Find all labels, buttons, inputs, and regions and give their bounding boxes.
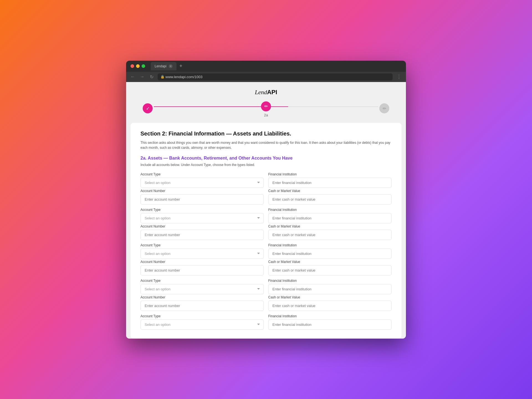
account-row-3: Account Type Select an option Checking S… [140, 243, 392, 259]
tab-title: Lendapi [155, 64, 167, 68]
refresh-button[interactable]: ↻ [148, 73, 155, 80]
financial-institution-input-2[interactable] [268, 213, 392, 223]
forward-button[interactable]: → [139, 73, 145, 80]
account-number-group-3: Account Number [140, 260, 264, 275]
browser-menu-button[interactable]: ⋮ [395, 74, 403, 80]
step-2a-label: 2a [264, 113, 268, 117]
account-type-label-2: Account Type [140, 208, 264, 212]
cash-value-label-4: Cash or Market Value [268, 295, 392, 299]
browser-titlebar: Lendapi ✕ + [126, 61, 406, 72]
cash-value-group-3: Cash or Market Value [268, 260, 392, 275]
logo-part2: API [267, 89, 277, 96]
account-number-row-1: Account Number Cash or Market Value [140, 189, 392, 204]
browser-toolbar: ← → ↻ 🔒 ⋮ [126, 72, 406, 82]
financial-institution-label-1: Financial Institution [268, 172, 392, 176]
account-number-input-3[interactable] [140, 265, 264, 275]
cash-value-label-2: Cash or Market Value [268, 224, 392, 228]
account-row-4: Account Type Select an option Checking S… [140, 279, 392, 294]
cash-value-group-4: Cash or Market Value [268, 295, 392, 311]
account-number-label-3: Account Number [140, 260, 264, 264]
account-row-2: Account Type Select an option Checking S… [140, 208, 392, 223]
cash-value-group-1: Cash or Market Value [268, 189, 392, 204]
step-1-node: ✓ [143, 103, 153, 113]
tab-bar: Lendapi ✕ + [151, 62, 401, 70]
cash-value-group-2: Cash or Market Value [268, 224, 392, 240]
account-number-row-4: Account Number Cash or Market Value [140, 295, 392, 311]
cash-value-label-1: Cash or Market Value [268, 189, 392, 193]
financial-institution-group-1: Financial Institution [268, 172, 392, 188]
section-title: Section 2: Financial Information — Asset… [140, 131, 392, 137]
account-row-5: Account Type Select an option Checking S… [140, 314, 392, 330]
account-type-group-4: Account Type Select an option Checking S… [140, 279, 264, 294]
account-type-select-4[interactable]: Select an option Checking Savings Money … [140, 284, 264, 294]
financial-institution-label-3: Financial Institution [268, 243, 392, 247]
lock-icon: 🔒 [160, 75, 165, 79]
cash-value-input-4[interactable] [268, 301, 392, 311]
site-logo: LendAPI [126, 89, 406, 96]
account-number-input-2[interactable] [140, 230, 264, 240]
account-type-group-5: Account Type Select an option Checking S… [140, 314, 264, 330]
step-1-wrap: ✓ [143, 103, 153, 115]
cash-value-input-2[interactable] [268, 230, 392, 240]
main-card: Section 2: Financial Information — Asset… [131, 123, 401, 339]
account-type-select-2[interactable]: Select an option Checking Savings Money … [140, 213, 264, 223]
account-number-group-4: Account Number [140, 295, 264, 311]
account-type-select-1[interactable]: Select an option Checking Savings Money … [140, 178, 264, 188]
address-bar-wrap: 🔒 [158, 73, 393, 80]
subsection-title: 2a. Assets — Bank Accounts, Retirement, … [140, 156, 392, 161]
browser-tab[interactable]: Lendapi ✕ [151, 62, 177, 70]
account-number-input-1[interactable] [140, 194, 264, 204]
minimize-button[interactable] [136, 64, 140, 68]
account-type-group-1: Account Type Select an option Checking S… [140, 172, 264, 188]
instruction-text: Include all accounts below. Under Accoun… [140, 163, 392, 167]
account-number-row-2: Account Number Cash or Market Value [140, 224, 392, 240]
account-type-group-2: Account Type Select an option Checking S… [140, 208, 264, 223]
account-number-label-4: Account Number [140, 295, 264, 299]
close-button[interactable] [131, 64, 134, 68]
financial-institution-group-2: Financial Institution [268, 208, 392, 223]
step-3-node: ✏ [379, 103, 389, 113]
financial-institution-input-5[interactable] [268, 319, 392, 330]
account-number-label-2: Account Number [140, 224, 264, 228]
step-2a-node: ✏ [261, 101, 271, 111]
cash-value-input-1[interactable] [268, 194, 392, 204]
cash-value-input-3[interactable] [268, 265, 392, 275]
financial-institution-group-5: Financial Institution [268, 314, 392, 330]
financial-institution-label-5: Financial Institution [268, 314, 392, 318]
financial-institution-input-3[interactable] [268, 249, 392, 259]
account-number-label-1: Account Number [140, 189, 264, 193]
financial-institution-label-4: Financial Institution [268, 279, 392, 283]
step-3-wrap: ✏ [379, 103, 389, 115]
new-tab-button[interactable]: + [178, 63, 184, 70]
financial-institution-input-1[interactable] [268, 178, 392, 188]
account-number-row-3: Account Number Cash or Market Value [140, 260, 392, 275]
financial-institution-group-3: Financial Institution [268, 243, 392, 259]
tab-close-button[interactable]: ✕ [169, 64, 173, 68]
step-nodes: ✓ ✏ 2a ✏ [143, 101, 389, 117]
browser-window: Lendapi ✕ + ← → ↻ 🔒 ⋮ LendAPI [126, 61, 406, 339]
financial-institution-group-4: Financial Institution [268, 279, 392, 294]
account-type-group-3: Account Type Select an option Checking S… [140, 243, 264, 259]
logo-area: LendAPI [126, 89, 406, 96]
account-type-select-3[interactable]: Select an option Checking Savings Money … [140, 249, 264, 259]
account-type-label-1: Account Type [140, 172, 264, 176]
account-number-group-2: Account Number [140, 224, 264, 240]
cash-value-label-3: Cash or Market Value [268, 260, 392, 264]
progress-stepper: ✓ ✏ 2a ✏ [126, 101, 406, 123]
section-description: This section asks about things you own t… [140, 140, 392, 150]
traffic-lights [131, 64, 145, 68]
logo-part1: Lend [255, 89, 267, 96]
financial-institution-label-2: Financial Institution [268, 208, 392, 212]
account-number-input-4[interactable] [140, 301, 264, 311]
step-2a-wrap: ✏ 2a [261, 101, 271, 117]
page-content: LendAPI ✓ ✏ 2a ✏ [126, 82, 406, 339]
account-type-label-3: Account Type [140, 243, 264, 247]
account-type-label-4: Account Type [140, 279, 264, 283]
account-number-group-1: Account Number [140, 189, 264, 204]
account-row-1: Account Type Select an option Checking S… [140, 172, 392, 188]
account-type-select-5[interactable]: Select an option Checking Savings Money … [140, 319, 264, 330]
financial-institution-input-4[interactable] [268, 284, 392, 294]
back-button[interactable]: ← [129, 73, 136, 80]
address-input[interactable] [158, 73, 393, 80]
maximize-button[interactable] [142, 64, 145, 68]
